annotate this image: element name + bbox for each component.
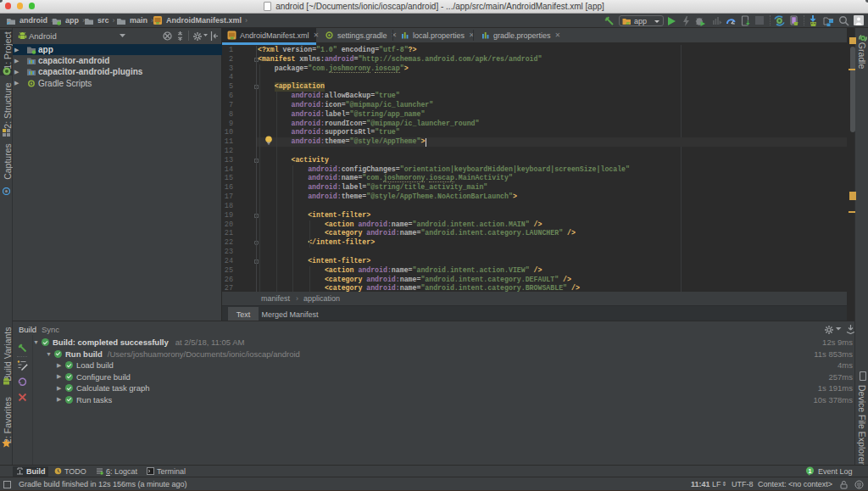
svg-text:1: 1 xyxy=(809,468,812,474)
